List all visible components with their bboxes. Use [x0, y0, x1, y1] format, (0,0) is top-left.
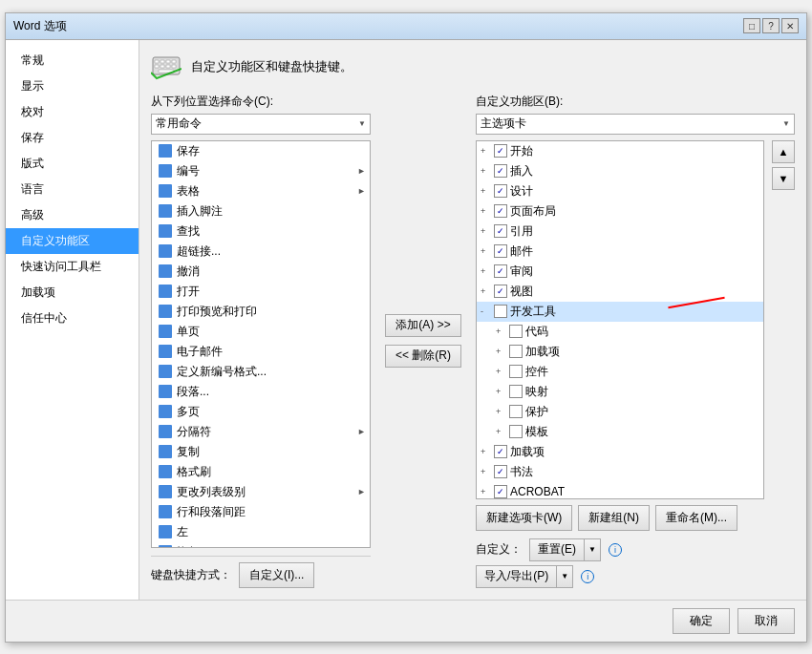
- nav-item-快速访问工具栏[interactable]: 快速访问工具栏: [6, 254, 139, 280]
- right-list-box[interactable]: +开始+插入+设计+页面布局+引用+邮件+审阅+视图-开发工具+代码+加载项+控…: [476, 140, 764, 499]
- left-list-item[interactable]: 分隔符►: [152, 422, 370, 442]
- add-button[interactable]: 添加(A) >>: [385, 314, 461, 337]
- item-checkbox[interactable]: [494, 244, 507, 258]
- item-checkbox[interactable]: [509, 385, 523, 398]
- nav-item-信任中心[interactable]: 信任中心: [6, 306, 139, 331]
- reset-split-button[interactable]: 重置(E) ▼: [529, 538, 601, 561]
- left-list-item[interactable]: 行和段落间距: [152, 502, 370, 522]
- right-list-item[interactable]: +模板: [477, 422, 763, 442]
- left-list-item[interactable]: 格式刷: [152, 462, 370, 482]
- left-list-item[interactable]: 表格►: [152, 181, 370, 201]
- list-item-icon: [158, 544, 173, 548]
- close-button[interactable]: ✕: [781, 18, 799, 33]
- right-list-item[interactable]: +书法: [477, 462, 763, 482]
- right-dropdown[interactable]: 主选项卡 ▼: [476, 114, 795, 135]
- nav-item-校对[interactable]: 校对: [6, 99, 139, 125]
- nav-item-自定义功能区[interactable]: 自定义功能区: [6, 228, 139, 254]
- item-checkbox[interactable]: [509, 345, 523, 358]
- rename-button[interactable]: 重命名(M)...: [655, 505, 737, 531]
- item-checkbox[interactable]: [494, 204, 507, 218]
- item-checkbox[interactable]: [494, 465, 507, 478]
- item-checkbox[interactable]: [509, 405, 523, 418]
- help-button[interactable]: ?: [762, 18, 780, 33]
- left-list-item[interactable]: 更改列表级别►: [152, 482, 370, 502]
- minimize-button[interactable]: □: [743, 18, 760, 33]
- right-list-item[interactable]: +页面布局: [477, 201, 763, 222]
- left-list-item[interactable]: 超链接...: [152, 242, 370, 262]
- import-export-button-arrow-icon[interactable]: ▼: [557, 566, 572, 587]
- right-list-item[interactable]: +开始: [477, 141, 763, 161]
- import-export-info-icon[interactable]: i: [581, 570, 594, 583]
- remove-button[interactable]: << 删除(R): [385, 345, 461, 368]
- left-list-box[interactable]: 保存编号►表格►插入脚注查找超链接...撤消打开打印预览和打印单页电子邮件定义新…: [151, 140, 371, 548]
- ok-button[interactable]: 确定: [673, 608, 730, 634]
- left-list-item[interactable]: 多页: [152, 402, 370, 422]
- nav-item-保存[interactable]: 保存: [6, 125, 139, 151]
- item-checkbox[interactable]: [494, 485, 507, 498]
- list-item-icon: [158, 404, 173, 419]
- right-list-item[interactable]: -开发工具: [477, 302, 763, 322]
- left-dropdown[interactable]: 常用命令 ▼: [151, 114, 371, 135]
- right-list-item[interactable]: +控件: [477, 362, 763, 382]
- move-down-button[interactable]: ▼: [772, 167, 795, 190]
- right-list-item[interactable]: +代码: [477, 322, 763, 342]
- customize-keyboard-button[interactable]: 自定义(I)...: [239, 562, 314, 588]
- reset-button-arrow-icon[interactable]: ▼: [585, 539, 600, 560]
- nav-item-显示[interactable]: 显示: [6, 74, 139, 99]
- right-list-item[interactable]: +插入: [477, 161, 763, 181]
- reset-info-icon[interactable]: i: [609, 543, 622, 557]
- nav-item-加载项[interactable]: 加载项: [6, 280, 139, 306]
- nav-item-高级[interactable]: 高级: [6, 202, 139, 228]
- left-list-item[interactable]: 恢复: [152, 542, 370, 548]
- right-list-item[interactable]: +引用: [477, 222, 763, 242]
- item-checkbox[interactable]: [509, 325, 523, 338]
- right-list-item[interactable]: +加载项: [477, 342, 763, 362]
- right-list-item[interactable]: +ACROBAT: [477, 482, 763, 499]
- svg-rect-15: [159, 244, 172, 258]
- svg-rect-5: [155, 65, 159, 68]
- left-list-item[interactable]: 查找: [152, 222, 370, 242]
- cancel-button[interactable]: 取消: [737, 608, 795, 634]
- left-list-item[interactable]: 单页: [152, 322, 370, 342]
- left-list-item[interactable]: 编号►: [152, 161, 370, 181]
- left-list-item[interactable]: 电子邮件: [152, 342, 370, 362]
- item-checkbox[interactable]: [494, 224, 507, 238]
- item-checkbox[interactable]: [494, 305, 507, 318]
- item-checkbox[interactable]: [494, 184, 507, 198]
- import-export-button-main[interactable]: 导入/导出(P): [477, 566, 557, 587]
- right-list-item[interactable]: +审阅: [477, 262, 763, 282]
- right-list-item[interactable]: +设计: [477, 181, 763, 201]
- new-group-button[interactable]: 新建组(N): [578, 505, 650, 531]
- left-list-item[interactable]: 打印预览和打印: [152, 302, 370, 322]
- left-list-item[interactable]: 打开: [152, 282, 370, 302]
- left-list-item[interactable]: 撤消: [152, 262, 370, 282]
- left-list-item[interactable]: 复制: [152, 442, 370, 462]
- item-checkbox[interactable]: [494, 144, 507, 158]
- import-export-split-button[interactable]: 导入/导出(P) ▼: [476, 565, 573, 588]
- left-list-item[interactable]: 插入脚注: [152, 201, 370, 222]
- left-list-item[interactable]: 保存: [152, 141, 370, 161]
- left-list-item[interactable]: 定义新编号格式...: [152, 362, 370, 382]
- item-checkbox[interactable]: [494, 445, 507, 458]
- reset-button-main[interactable]: 重置(E): [530, 539, 585, 560]
- right-list-item[interactable]: +邮件: [477, 242, 763, 262]
- expand-plus-icon: +: [481, 246, 494, 256]
- item-checkbox[interactable]: [509, 425, 523, 438]
- item-checkbox[interactable]: [494, 164, 507, 178]
- right-list-item[interactable]: +映射: [477, 382, 763, 402]
- item-checkbox[interactable]: [494, 264, 507, 278]
- item-checkbox[interactable]: [509, 365, 523, 378]
- right-list-item[interactable]: +视图: [477, 282, 763, 302]
- left-list-item[interactable]: 左: [152, 522, 370, 542]
- item-checkbox[interactable]: [494, 285, 507, 298]
- left-list-item[interactable]: 段落...: [152, 382, 370, 402]
- content-header: 自定义功能区和键盘快捷键。: [151, 52, 795, 82]
- nav-item-语言[interactable]: 语言: [6, 177, 139, 202]
- new-tab-button[interactable]: 新建选项卡(W): [476, 505, 572, 531]
- nav-item-版式[interactable]: 版式: [6, 151, 139, 177]
- right-list-item[interactable]: +保护: [477, 402, 763, 422]
- right-list-item[interactable]: +加载项: [477, 442, 763, 462]
- move-up-button[interactable]: ▲: [772, 140, 795, 163]
- nav-item-常规[interactable]: 常规: [6, 48, 139, 74]
- right-panel-col: +开始+插入+设计+页面布局+引用+邮件+审阅+视图-开发工具+代码+加载项+控…: [476, 140, 764, 499]
